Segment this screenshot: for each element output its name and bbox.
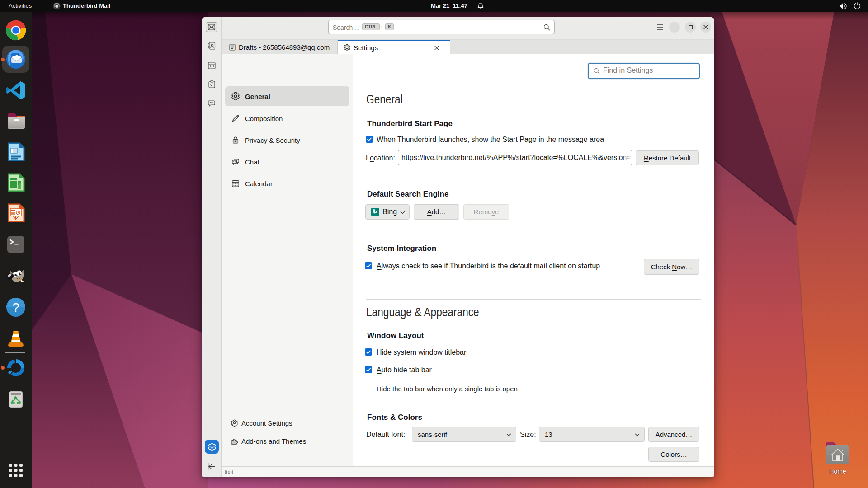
- svg-text:?: ?: [12, 300, 19, 314]
